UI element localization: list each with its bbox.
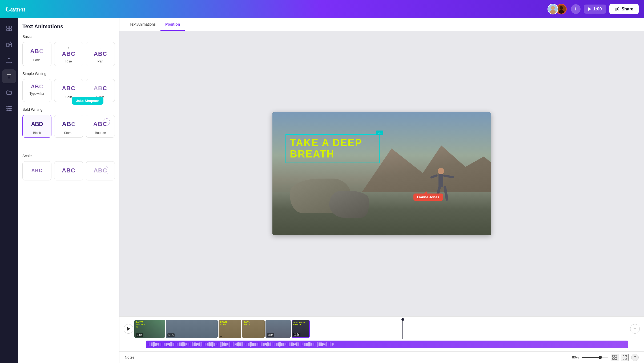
add-clip-button[interactable]: + [630,324,640,334]
anim-fade-card[interactable]: ABC Fade [22,42,51,66]
canvas-toolbar: Text Animations Position [119,18,644,31]
zoom-controls: 80% ? [572,354,639,361]
apps-icon [6,105,12,112]
anim-shift-label: Shift [65,95,72,99]
anim-rise-label: Rise [65,60,72,63]
avatar-1[interactable] [548,4,558,14]
toolbar-elements-button[interactable] [2,21,16,35]
anim-scale1-card[interactable]: ABC [22,161,51,180]
anim-typewriter-card[interactable]: ABC Typewriter [22,79,51,102]
share-button[interactable]: Share [609,4,639,14]
clip-1[interactable]: SANTASOLANANI 3.8s [134,320,165,338]
canvas-area: Text Animations Position [119,18,644,363]
grid-view-icon [612,355,617,360]
share-icon [615,7,619,11]
canvas-text-line1: TAKE A DEEP [290,137,375,149]
clip-5[interactable]: 3.8s [265,320,291,338]
jake-tooltip: Jake Simpson [72,97,103,105]
section-basic-title: Basic [22,34,115,39]
grid-view-button[interactable] [611,354,618,361]
anim-scale1-preview: ABC [31,166,43,175]
clip-6-label: TAKE A DEEPBREATH [293,321,305,325]
zoom-slider-thumb [599,356,602,359]
shapes-icon [6,41,12,48]
rock-2 [329,191,369,218]
svg-point-13 [10,45,12,47]
lianne-tooltip: Lianne Jones [413,194,443,201]
anim-pan-card[interactable]: → ABC Pan [86,42,115,66]
clips-container: SANTASOLANANI 3.8s 6.2s DAWNYOGA DAWN [134,320,629,338]
anim-fade-preview: ABC [30,46,44,56]
upload-icon [6,57,12,64]
fullscreen-button[interactable] [621,354,629,361]
clip-5-duration: 3.8s [267,333,274,337]
anim-skate-preview: ABC [94,84,107,93]
timeline-area: SANTASOLANANI 3.8s 6.2s DAWNYOGA DAWN [119,316,644,351]
help-button[interactable]: ? [631,354,639,361]
toolbar-upload-button[interactable] [2,53,16,67]
clip-4[interactable]: DAWNYOGA [242,320,265,338]
anim-stomp-card[interactable]: A B C Stomp [54,115,83,138]
svg-rect-24 [615,355,617,357]
add-collaborator-button[interactable]: + [571,4,581,14]
play-button[interactable]: 1:00 [584,5,606,14]
anim-fade-label: Fade [33,58,41,62]
anim-block-card[interactable]: ABD Block [22,115,51,138]
svg-point-1 [551,6,554,10]
clip-2-duration: 6.2s [167,333,175,337]
share-label: Share [622,7,633,11]
svg-point-14 [7,106,8,107]
canvas-text-line2: BREATH [290,149,375,160]
toolbar-apps-button[interactable] [2,101,16,115]
header-right: + 1:00 Share [548,4,639,14]
anim-bounce-label: Bounce [95,131,106,135]
timeline-play-icon [127,327,130,331]
tab-text-animations[interactable]: Text Animations [125,18,160,31]
anim-scale3-card[interactable]: ABC [86,161,115,180]
svg-marker-12 [9,42,12,45]
zoom-slider[interactable] [582,357,608,358]
anim-scale3-preview: ABC [94,166,107,175]
audio-waveform [146,341,628,348]
playhead-marker [401,318,404,321]
clip-3[interactable]: DAWNYOGA [219,320,241,338]
anim-rise-card[interactable]: ↑ ABC Rise [54,42,83,66]
canvas-frame[interactable]: JS TAKE A DEEP BREATH Lianne Jones [272,112,491,235]
person-head [438,168,444,174]
anim-stomp-preview: A B C [62,119,75,129]
section-simple-title: Simple Writing [22,72,115,76]
toolbar-shapes-button[interactable] [2,37,16,51]
svg-rect-8 [9,26,11,28]
toolbar-folder-button[interactable] [2,85,16,99]
yoga-person [430,168,452,211]
clip-6-active[interactable]: TAKE A DEEPBREATH 2.2s [292,320,310,338]
anim-block-label: Block [33,131,41,135]
zoom-percentage: 80% [572,355,579,359]
panel-content: Text Animations Basic ABC Fade ↑ ABC Ris… [18,18,119,191]
canva-logo: Canva [5,5,548,13]
svg-point-22 [10,110,11,111]
elements-icon [6,25,12,31]
bottom-bar: Notes 80% [119,351,644,363]
tab-position[interactable]: Position [160,18,185,31]
anim-pan-preview: → ABC [94,46,107,57]
lianne-cursor: Lianne Jones [413,192,443,201]
svg-point-16 [10,106,11,107]
header: Canva + 1:00 Share [0,0,644,18]
anim-scale2-card[interactable]: ABC [54,161,83,180]
clip-2[interactable]: 6.2s [166,320,218,338]
section-bold-grid: ABD Block A B C Stomp [22,115,115,138]
svg-point-18 [9,108,10,109]
toolbar-text-button[interactable] [2,69,16,83]
help-icon: ? [634,355,636,359]
anim-bounce-card[interactable]: ABC Bounce [86,115,115,138]
timeline-play-button[interactable] [124,324,133,334]
text-box-selected[interactable]: JS TAKE A DEEP BREATH [285,134,380,163]
timeline-clips-row: SANTASOLANANI 3.8s 6.2s DAWNYOGA DAWN [124,320,640,338]
clip-1-label: SANTASOLANANI [136,321,145,329]
audio-track[interactable] [146,341,628,348]
svg-point-20 [7,110,8,111]
clip-6-duration: 2.2s [293,333,300,336]
fullscreen-icon [622,355,627,360]
play-icon [588,7,591,11]
